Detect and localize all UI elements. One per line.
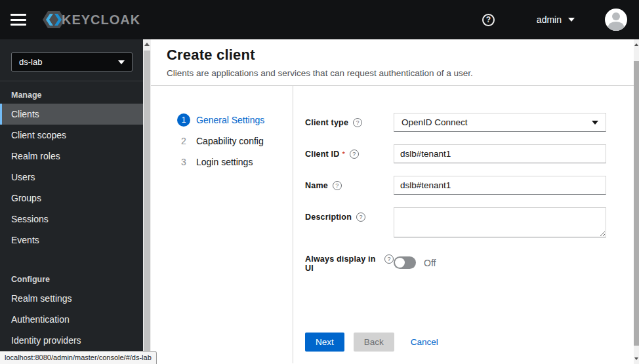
- page-header: Create client Clients are applications a…: [151, 39, 634, 86]
- keycloak-logo[interactable]: KEYCLOAK: [42, 9, 140, 30]
- always-display-label: Always display in UI: [305, 254, 380, 273]
- sidebar-item-groups[interactable]: Groups: [0, 188, 143, 209]
- client-id-help-icon[interactable]: [350, 150, 359, 159]
- name-help-icon[interactable]: [333, 181, 342, 190]
- description-textarea[interactable]: [394, 207, 606, 237]
- toggle-knob: [395, 258, 405, 268]
- step-label: Capability config: [196, 136, 264, 146]
- description-label: Description: [305, 212, 352, 222]
- keycloak-admin-console: KEYCLOAK admin ds-lab Manage Clients Cli…: [0, 0, 639, 364]
- description-help-icon[interactable]: [356, 212, 365, 222]
- window-scrollbar-thumb[interactable]: [634, 61, 639, 346]
- client-type-value: OpenID Connect: [402, 117, 468, 127]
- sidebar-item-clients[interactable]: Clients: [0, 104, 143, 125]
- realm-caret-icon: [118, 60, 125, 64]
- window-scroll-up-icon[interactable]: [634, 43, 638, 46]
- client-id-row: Client ID *: [305, 144, 606, 163]
- step-label: Login settings: [196, 157, 253, 167]
- toggle-state-label: Off: [424, 258, 436, 268]
- avatar[interactable]: [605, 9, 627, 31]
- sidebar-item-identity-providers[interactable]: Identity providers: [0, 330, 143, 351]
- client-type-label: Client type: [305, 118, 348, 127]
- sidebar-item-users[interactable]: Users: [0, 167, 143, 188]
- sidebar-item-authentication[interactable]: Authentication: [0, 309, 143, 330]
- client-type-row: Client type OpenID Connect: [305, 113, 606, 132]
- sidebar-item-events[interactable]: Events: [0, 230, 143, 251]
- name-label: Name: [305, 181, 328, 190]
- realm-name: ds-lab: [19, 57, 42, 67]
- sidebar-item-realm-settings[interactable]: Realm settings: [0, 288, 143, 309]
- status-bar-url: localhost:8080/admin/master/console/#/ds…: [0, 351, 157, 364]
- always-display-toggle[interactable]: [394, 256, 416, 269]
- wizard-content: 1 General Settings 2 Capability config 3…: [151, 86, 634, 363]
- client-type-help-icon[interactable]: [353, 118, 362, 127]
- required-marker: *: [342, 150, 345, 158]
- scroll-up-button[interactable]: [143, 39, 151, 49]
- wizard-footer: Next Back Cancel: [305, 333, 438, 352]
- wizard-step-login-settings[interactable]: 3 Login settings: [177, 155, 293, 169]
- step-label: General Settings: [196, 115, 264, 125]
- sidebar: ds-lab Manage Clients Client scopes Real…: [0, 39, 143, 364]
- nav-section-manage: Manage Clients Client scopes Realm roles…: [0, 81, 143, 251]
- content-scrollbar[interactable]: [143, 39, 151, 364]
- nav-toggle-hamburger-icon[interactable]: [10, 14, 26, 26]
- brand-text: KEYCLOAK: [62, 12, 140, 28]
- window-scroll-down-icon[interactable]: [634, 357, 638, 360]
- name-row: Name: [305, 176, 606, 195]
- nav-section-configure: Configure Realm settings Authentication …: [0, 266, 143, 351]
- user-menu-caret-icon[interactable]: [568, 18, 575, 22]
- sidebar-item-sessions[interactable]: Sessions: [0, 209, 143, 230]
- page-title: Create client: [167, 47, 618, 64]
- wizard-step-general-settings[interactable]: 1 General Settings: [177, 113, 293, 127]
- always-display-row: Always display in UI Off: [305, 253, 606, 273]
- step-number: 3: [177, 155, 190, 169]
- always-display-help-icon[interactable]: [384, 254, 394, 264]
- realm-selector[interactable]: ds-lab: [11, 52, 133, 71]
- description-row: Description: [305, 207, 606, 240]
- wizard-steps-nav: 1 General Settings 2 Capability config 3…: [151, 86, 293, 363]
- select-caret-icon: [592, 121, 598, 125]
- name-input[interactable]: [394, 176, 606, 195]
- username[interactable]: admin: [537, 14, 562, 25]
- back-button[interactable]: Back: [354, 333, 394, 352]
- client-id-label: Client ID: [305, 150, 340, 159]
- window-scrollbar[interactable]: [634, 39, 639, 364]
- general-settings-form: Client type OpenID Connect Client ID *: [293, 86, 634, 363]
- step-number: 2: [177, 134, 190, 148]
- sidebar-item-client-scopes[interactable]: Client scopes: [0, 125, 143, 146]
- step-number: 1: [177, 113, 190, 127]
- scrollbar-thumb[interactable]: [144, 51, 150, 352]
- help-icon[interactable]: [482, 14, 495, 26]
- wizard-step-capability-config[interactable]: 2 Capability config: [177, 134, 293, 148]
- masthead-right: admin: [482, 9, 639, 31]
- masthead: KEYCLOAK admin: [0, 0, 639, 39]
- next-button[interactable]: Next: [305, 333, 344, 352]
- sidebar-item-realm-roles[interactable]: Realm roles: [0, 146, 143, 167]
- client-id-input[interactable]: [394, 144, 606, 163]
- nav-section-title-configure: Configure: [0, 266, 143, 288]
- nav-section-title-manage: Manage: [0, 81, 143, 104]
- client-type-select[interactable]: OpenID Connect: [394, 113, 606, 132]
- page-subtitle: Clients are applications and services th…: [167, 68, 618, 78]
- main-content: Create client Clients are applications a…: [151, 39, 634, 364]
- cancel-button[interactable]: Cancel: [411, 333, 438, 352]
